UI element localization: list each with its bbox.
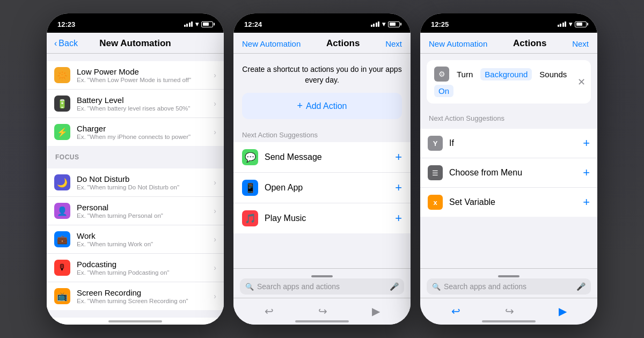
podcasting-title: Podcasting	[77, 260, 214, 269]
list-item-work[interactable]: 💼 Work Ex. "When turning Work on" ›	[47, 225, 224, 254]
dnd-icon: 🌙	[54, 174, 70, 190]
next-button-2[interactable]: Next	[385, 39, 402, 48]
search-bar-3: 🔍 Search apps and actions 🎤	[420, 268, 597, 298]
if-title: If	[449, 138, 583, 148]
home-indicator-3	[482, 320, 536, 322]
action-close-button[interactable]: ✕	[577, 76, 586, 88]
search-input-2[interactable]: 🔍 Search apps and actions 🎤	[240, 278, 404, 295]
low-power-icon: 🔆	[54, 67, 70, 83]
list-item-charger[interactable]: ⚡ Charger Ex. "When my iPhone connects t…	[47, 118, 224, 146]
send-message-title: Send Message	[265, 152, 395, 162]
suggestions-group-2: 💬 Send Message + 📱 Open App + 🎵 Play Mus…	[233, 142, 411, 233]
battery-title: Battery Level	[77, 95, 214, 105]
dnd-title: Do Not Disturb	[77, 174, 214, 183]
list-chevron: ›	[214, 207, 216, 215]
search-icon-3: 🔍	[432, 283, 441, 291]
list-chevron: ›	[214, 71, 216, 79]
mic-icon-2[interactable]: 🎤	[390, 282, 399, 291]
mic-icon-3[interactable]: 🎤	[576, 282, 586, 291]
if-icon: Y	[428, 136, 443, 151]
phone2-content: New Automation Actions Next Create a sho…	[233, 33, 411, 325]
status-icons-1: ▾	[184, 20, 214, 28]
back-button-3[interactable]: New Automation	[429, 39, 487, 48]
wifi-icon-3: ▾	[569, 20, 572, 28]
play-button-2[interactable]: ▶	[372, 305, 380, 318]
phone1-content: ‹ Back New Automation 🔆 Low Power Mode E…	[47, 33, 224, 325]
podcasting-icon: 🎙	[54, 260, 70, 276]
charger-text: Charger Ex. "When my iPhone connects to …	[77, 124, 214, 140]
undo-button-2[interactable]: ↩	[265, 305, 274, 318]
list-item-low-power[interactable]: 🔆 Low Power Mode Ex. "When Low Power Mod…	[47, 61, 224, 90]
battery-icon	[201, 21, 213, 27]
podcasting-subtitle: Ex. "When turning Podcasting on"	[77, 269, 214, 276]
status-icons-3: ▾	[558, 20, 587, 28]
search-bar-2: 🔍 Search apps and actions 🎤	[233, 268, 411, 298]
redo-button-3[interactable]: ↪	[505, 305, 514, 318]
podcasting-text: Podcasting Ex. "When turning Podcasting …	[77, 260, 214, 276]
back-chevron: ‹	[54, 39, 57, 48]
redo-button-2[interactable]: ↪	[318, 305, 327, 318]
battery-icon-2	[388, 21, 400, 27]
work-icon: 💼	[54, 231, 70, 247]
low-power-text: Low Power Mode Ex. "When Low Power Mode …	[77, 67, 214, 83]
list-item-battery[interactable]: 🔋 Battery Level Ex. "When battery level …	[47, 90, 224, 118]
sound-recognition-text: Sound Recognition Ex. "When my iPhone re…	[77, 324, 214, 325]
signal-icon-3	[558, 21, 567, 27]
list-chevron: ›	[214, 235, 216, 244]
sugg-if[interactable]: Y If +	[420, 129, 597, 158]
set-variable-icon: x	[428, 195, 443, 210]
suggestion-send-message[interactable]: 💬 Send Message +	[233, 142, 411, 173]
undo-button-3[interactable]: ↩	[451, 305, 460, 318]
focus-group: 🌙 Do Not Disturb Ex. "When turning Do No…	[47, 168, 224, 310]
screen-recording-icon: 📺	[54, 288, 70, 304]
wifi-icon: ▾	[195, 20, 199, 28]
charger-title: Charger	[77, 124, 214, 133]
play-button-3[interactable]: ▶	[559, 305, 567, 318]
add-suggestion-0[interactable]: +	[395, 150, 402, 164]
dnd-text: Do Not Disturb Ex. "When turning Do Not …	[77, 174, 214, 190]
list-item-screen-recording[interactable]: 📺 Screen Recording Ex. "When turning Scr…	[47, 282, 224, 310]
status-bar-3: 12:25 ▾	[420, 13, 597, 33]
battery-level-icon: 🔋	[54, 95, 70, 112]
back-button-2[interactable]: New Automation	[242, 39, 301, 48]
list-item-dnd[interactable]: 🌙 Do Not Disturb Ex. "When turning Do No…	[47, 168, 224, 197]
system-group: 🔆 Low Power Mode Ex. "When Low Power Mod…	[47, 61, 224, 146]
add-set-variable[interactable]: +	[583, 195, 590, 209]
sugg-set-variable[interactable]: x Set Variable +	[420, 188, 597, 217]
phone-2: 12:24 ▾ New Automation Actions Next Crea…	[233, 13, 411, 325]
choose-menu-title: Choose from Menu	[449, 168, 583, 178]
action-tag-on[interactable]: On	[434, 85, 453, 97]
screen-recording-subtitle: Ex. "When turning Screen Recording on"	[77, 298, 214, 304]
next-button-3[interactable]: Next	[572, 39, 589, 48]
back-button-1[interactable]: ‹ Back	[54, 39, 78, 48]
choose-menu-icon: ☰	[428, 165, 443, 180]
add-choose-menu[interactable]: +	[583, 166, 590, 180]
suggestion-play-music[interactable]: 🎵 Play Music +	[233, 203, 411, 233]
screen-recording-text: Screen Recording Ex. "When turning Scree…	[77, 288, 214, 304]
suggestion-open-app[interactable]: 📱 Open App +	[233, 173, 411, 203]
signal-icon	[184, 21, 193, 27]
charger-icon: ⚡	[54, 124, 70, 140]
list-item-personal[interactable]: 👤 Personal Ex. "When turning Personal on…	[47, 197, 224, 225]
work-text: Work Ex. "When turning Work on"	[77, 231, 214, 247]
scroll-indicator-3	[498, 275, 519, 277]
search-placeholder-2: Search apps and actions	[257, 282, 386, 291]
add-suggestion-1[interactable]: +	[395, 181, 402, 195]
action-tag-background[interactable]: Background	[480, 68, 532, 80]
suggestions-label-3: Next Action Suggestions	[420, 108, 597, 126]
add-if[interactable]: +	[583, 136, 590, 150]
add-action-area: Create a shortcut to actions you do in y…	[233, 54, 411, 124]
add-action-button[interactable]: + Add Action	[242, 93, 402, 119]
open-app-title: Open App	[265, 183, 395, 193]
sugg-choose-menu[interactable]: ☰ Choose from Menu +	[420, 158, 597, 188]
time-3: 12:25	[431, 20, 449, 28]
search-icon-2: 🔍	[245, 283, 254, 291]
suggestions-group-3: Y If + ☰ Choose from Menu + x Set Variab…	[420, 129, 597, 217]
action-card: ⚙ Turn Background Sounds On ✕	[427, 60, 591, 104]
plus-icon: +	[297, 100, 303, 112]
add-suggestion-2[interactable]: +	[395, 211, 402, 225]
list-chevron: ›	[214, 263, 216, 272]
search-input-3[interactable]: 🔍 Search apps and actions 🎤	[427, 278, 591, 295]
add-action-description: Create a shortcut to actions you do in y…	[242, 64, 402, 85]
list-item-podcasting[interactable]: 🎙 Podcasting Ex. "When turning Podcastin…	[47, 254, 224, 282]
